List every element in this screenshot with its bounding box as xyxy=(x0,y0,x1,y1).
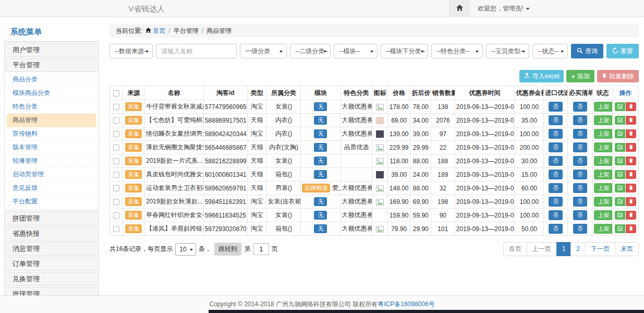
edit-button[interactable] xyxy=(615,143,625,152)
sidebar-item-platform-config[interactable]: 平台配置 xyxy=(5,195,99,209)
row-checkbox[interactable] xyxy=(113,131,119,137)
edit-button[interactable] xyxy=(615,184,625,192)
imported-toggle-button[interactable]: 否 xyxy=(549,156,563,165)
status-badge[interactable]: 上架 xyxy=(594,129,613,138)
edit-button[interactable] xyxy=(615,156,625,165)
status-select[interactable]: --状态-- xyxy=(532,44,568,58)
module-select[interactable]: --模块-- xyxy=(334,44,377,58)
sidebar-item-exchange-management[interactable]: 兑换管理 xyxy=(4,272,99,286)
row-checkbox[interactable] xyxy=(113,212,119,219)
edit-button[interactable] xyxy=(615,170,625,179)
sidebar-item-splash-page-management[interactable]: 启动页管理 xyxy=(5,168,99,182)
breadcrumb-home-link[interactable]: 首页 xyxy=(145,27,165,35)
status-badge[interactable]: 上架 xyxy=(594,142,613,152)
edit-button[interactable] xyxy=(615,197,625,206)
module-sub-category-select[interactable]: --模块下分类-- xyxy=(381,44,429,58)
sidebar-item-feature-category[interactable]: 特色分类 xyxy=(5,100,99,114)
row-checkbox[interactable] xyxy=(113,117,119,124)
imported-toggle-button[interactable]: 否 xyxy=(549,210,563,220)
must-buy-toggle-button[interactable]: 否 xyxy=(573,224,587,233)
delete-button[interactable] xyxy=(626,197,636,206)
status-badge[interactable]: 上架 xyxy=(594,156,613,165)
status-badge[interactable]: 上架 xyxy=(594,170,613,179)
delete-button[interactable] xyxy=(626,224,636,233)
sidebar-item-user-management[interactable]: 用户管理 xyxy=(4,43,99,57)
delete-button[interactable] xyxy=(626,116,636,125)
imported-toggle-button[interactable]: 否 xyxy=(549,129,563,138)
feature-category-select[interactable]: --特色分类-- xyxy=(431,44,483,58)
row-checkbox[interactable] xyxy=(113,185,119,191)
page-button-1[interactable]: 1 xyxy=(556,242,572,256)
delete-button[interactable] xyxy=(626,129,636,138)
delete-button[interactable] xyxy=(626,184,636,192)
icp-link[interactable]: 粤ICP备16098006号 xyxy=(378,300,434,308)
batch-delete-button[interactable]: 批量删除 xyxy=(597,70,639,82)
sidebar-item-version-management[interactable]: 版本管理 xyxy=(5,141,99,154)
data-source-select[interactable]: --数据来源-- xyxy=(110,44,153,58)
edit-button[interactable] xyxy=(615,116,625,125)
home-button[interactable] xyxy=(449,0,469,17)
delete-button[interactable] xyxy=(626,211,636,220)
status-badge[interactable]: 上架 xyxy=(594,115,613,125)
imported-toggle-button[interactable]: 否 xyxy=(549,102,563,111)
level1-category-select[interactable]: 一级分类 xyxy=(240,44,287,58)
jump-page-input[interactable] xyxy=(253,243,269,255)
status-badge[interactable]: 上架 xyxy=(594,224,613,233)
must-buy-toggle-button[interactable]: 否 xyxy=(573,170,587,179)
sidebar-item-goods-category[interactable]: 商品分类 xyxy=(5,73,99,87)
sidebar-item-message-management[interactable]: 消息管理 xyxy=(4,242,99,256)
sidebar-item-platform-management[interactable]: 平台管理 xyxy=(4,58,99,72)
imported-toggle-button[interactable]: 否 xyxy=(549,224,563,233)
must-buy-toggle-button[interactable]: 否 xyxy=(573,129,587,138)
imported-toggle-button[interactable]: 否 xyxy=(549,142,563,152)
delete-button[interactable] xyxy=(626,102,636,111)
row-checkbox[interactable] xyxy=(113,145,119,151)
edit-button[interactable] xyxy=(615,211,625,220)
status-badge[interactable]: 上架 xyxy=(594,102,613,111)
edit-button[interactable] xyxy=(615,224,625,233)
sidebar-item-carousel-management[interactable]: 轮播管理 xyxy=(5,154,99,168)
delete-button[interactable] xyxy=(626,170,636,179)
sidebar-item-goods-management[interactable]: 商品管理 xyxy=(7,114,96,127)
imported-toggle-button[interactable]: 否 xyxy=(549,197,563,206)
status-badge[interactable]: 上架 xyxy=(594,197,613,206)
sidebar-item-order-management[interactable]: 订单管理 xyxy=(4,257,99,271)
page-button-2[interactable]: 2 xyxy=(570,242,586,256)
imported-toggle-button[interactable]: 否 xyxy=(549,115,563,125)
user-menu[interactable]: 欢迎您，管理员! xyxy=(478,4,530,13)
sidebar-item-feedback[interactable]: 意见反馈 xyxy=(5,182,99,195)
add-button[interactable]: + 添加 xyxy=(566,70,594,82)
page-size-select[interactable]: 10 xyxy=(175,243,196,256)
select-all-checkbox[interactable] xyxy=(113,90,119,97)
jump-to-button[interactable]: 跳转到 xyxy=(214,243,241,256)
name-search-input[interactable] xyxy=(156,44,237,58)
must-buy-toggle-button[interactable]: 否 xyxy=(573,142,587,152)
status-badge[interactable]: 上架 xyxy=(594,210,613,220)
page-button-末页[interactable]: 末页 xyxy=(615,242,639,256)
must-buy-toggle-button[interactable]: 否 xyxy=(573,197,587,206)
sidebar-item-promo-material[interactable]: 宣传物料 xyxy=(5,127,99,141)
item-type-select[interactable]: --宝贝类型-- xyxy=(486,44,529,58)
imported-toggle-button[interactable]: 否 xyxy=(549,170,563,179)
row-checkbox[interactable] xyxy=(113,199,119,205)
row-checkbox[interactable] xyxy=(113,104,119,110)
edit-button[interactable] xyxy=(615,129,625,138)
must-buy-toggle-button[interactable]: 否 xyxy=(573,210,587,220)
page-button-首页[interactable]: 首页 xyxy=(503,242,527,256)
page-button-上一页[interactable]: 上一页 xyxy=(527,242,557,256)
reset-button[interactable]: 重置 xyxy=(606,44,639,58)
import-excel-button[interactable]: 导入excel xyxy=(519,70,564,82)
status-badge[interactable]: 上架 xyxy=(594,183,613,192)
must-buy-toggle-button[interactable]: 否 xyxy=(573,156,587,165)
must-buy-toggle-button[interactable]: 否 xyxy=(573,183,587,192)
level2-category-select[interactable]: --二级分类-- xyxy=(290,44,331,58)
row-checkbox[interactable] xyxy=(113,158,119,164)
row-checkbox[interactable] xyxy=(113,172,119,178)
imported-toggle-button[interactable]: 否 xyxy=(549,183,563,192)
must-buy-toggle-button[interactable]: 否 xyxy=(573,115,587,125)
delete-button[interactable] xyxy=(626,143,636,152)
row-checkbox[interactable] xyxy=(113,226,119,232)
page-button-下一页[interactable]: 下一页 xyxy=(585,242,615,256)
edit-button[interactable] xyxy=(615,102,625,111)
sidebar-item-group-buy-management[interactable]: 拼团管理 xyxy=(4,211,99,225)
